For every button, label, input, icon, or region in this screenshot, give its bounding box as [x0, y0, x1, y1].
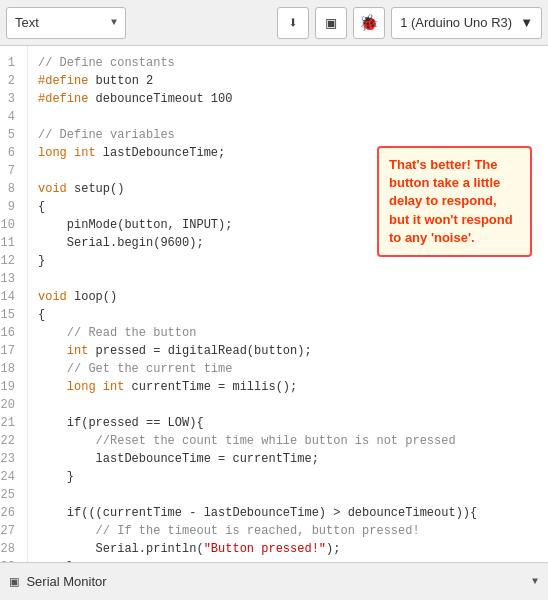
- code-line-29: }: [38, 558, 538, 562]
- line-numbers: 1 2 3 4 5 6 7 8 9 10 11 12 13 14 15 16 1…: [0, 46, 28, 562]
- code-line-28: Serial.println("Button pressed!");: [38, 540, 538, 558]
- code-line-17: int pressed = digitalRead(button);: [38, 342, 538, 360]
- annotation-text: That's better! The button take a little …: [389, 157, 513, 245]
- code-line-24: }: [38, 468, 538, 486]
- download-button[interactable]: ⬇: [277, 7, 309, 39]
- board-arrow: ▼: [520, 15, 533, 30]
- bug-icon: 🐞: [359, 13, 379, 33]
- code-line-16: // Read the button: [38, 324, 538, 342]
- code-line-13: [38, 270, 538, 288]
- code-line-3: #define debounceTimeout 100: [38, 90, 538, 108]
- text-select[interactable]: Text ▼: [6, 7, 126, 39]
- serial-monitor-button[interactable]: ▣: [315, 7, 347, 39]
- serial-monitor-label: Serial Monitor: [26, 574, 106, 589]
- text-select-arrow: ▼: [111, 17, 117, 28]
- code-line-22: //Reset the count time while button is n…: [38, 432, 538, 450]
- code-text[interactable]: // Define constants #define button 2 #de…: [28, 46, 548, 562]
- code-line-5: // Define variables: [38, 126, 538, 144]
- toolbar: Text ▼ ⬇ ▣ 🐞 1 (Arduino Uno R3) ▼: [0, 0, 548, 46]
- bottom-bar-arrow: ▼: [532, 576, 538, 587]
- code-line-1: // Define constants: [38, 54, 538, 72]
- code-line-19: long int currentTime = millis();: [38, 378, 538, 396]
- board-select[interactable]: 1 (Arduino Uno R3) ▼: [391, 7, 542, 39]
- code-line-4: [38, 108, 538, 126]
- code-line-2: #define button 2: [38, 72, 538, 90]
- code-line-27: // If the timeout is reached, button pre…: [38, 522, 538, 540]
- annotation-bubble: That's better! The button take a little …: [377, 146, 532, 257]
- text-select-label: Text: [15, 15, 103, 30]
- code-line-26: if(((currentTime - lastDebounceTime) > d…: [38, 504, 538, 522]
- code-line-20: [38, 396, 538, 414]
- code-line-21: if(pressed == LOW){: [38, 414, 538, 432]
- code-line-14: void loop(): [38, 288, 538, 306]
- code-line-15: {: [38, 306, 538, 324]
- code-line-25: [38, 486, 538, 504]
- code-line-23: lastDebounceTime = currentTime;: [38, 450, 538, 468]
- serial-monitor-icon: ▣: [10, 573, 18, 590]
- bottom-bar[interactable]: ▣ Serial Monitor ▼: [0, 562, 548, 600]
- board-label: 1 (Arduino Uno R3): [400, 15, 512, 30]
- code-editor[interactable]: 1 2 3 4 5 6 7 8 9 10 11 12 13 14 15 16 1…: [0, 46, 548, 562]
- debug-button[interactable]: 🐞: [353, 7, 385, 39]
- code-line-18: // Get the current time: [38, 360, 538, 378]
- download-icon: ⬇: [288, 13, 298, 33]
- monitor-icon: ▣: [326, 13, 336, 33]
